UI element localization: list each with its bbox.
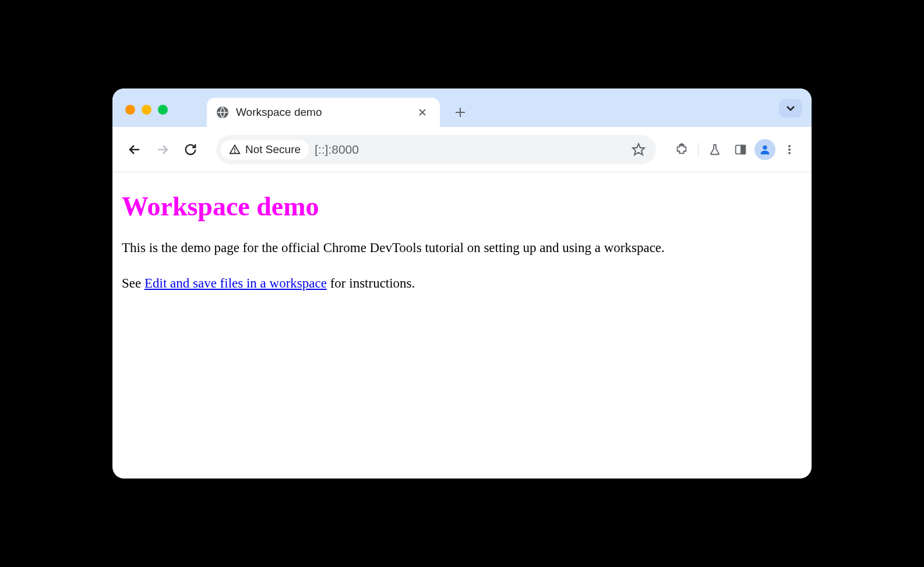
browser-window: Workspace demo <box>112 88 812 479</box>
address-bar[interactable]: Not Secure [::]:8000 <box>216 135 656 164</box>
warning-icon <box>229 144 241 155</box>
tab-title: Workspace demo <box>236 106 407 119</box>
tutorial-link[interactable]: Edit and save files in a workspace <box>144 276 327 290</box>
bookmark-button[interactable] <box>626 139 651 160</box>
paragraph-prefix: See <box>122 276 144 290</box>
paragraph-suffix: for instructions. <box>327 276 415 290</box>
browser-tab[interactable]: Workspace demo <box>207 98 440 127</box>
security-indicator[interactable]: Not Secure <box>221 140 309 160</box>
close-window-button[interactable] <box>125 105 135 115</box>
new-tab-button[interactable] <box>449 101 471 123</box>
svg-point-15 <box>788 152 791 154</box>
window-controls <box>125 105 168 115</box>
browser-toolbar: Not Secure [::]:8000 <box>112 127 812 172</box>
maximize-window-button[interactable] <box>158 105 168 115</box>
labs-button[interactable] <box>703 138 726 161</box>
toolbar-divider <box>698 143 699 157</box>
side-panel-button[interactable] <box>729 138 752 161</box>
toolbar-actions <box>670 138 801 161</box>
page-content: Workspace demo This is the demo page for… <box>112 172 812 327</box>
extensions-button[interactable] <box>670 138 693 161</box>
svg-point-13 <box>788 145 791 147</box>
reload-button[interactable] <box>179 138 202 161</box>
svg-marker-9 <box>633 144 644 155</box>
minimize-window-button[interactable] <box>142 105 151 115</box>
security-label: Not Secure <box>245 143 301 156</box>
tabs-dropdown-button[interactable] <box>779 99 802 118</box>
tab-strip: Workspace demo <box>112 88 812 127</box>
svg-point-14 <box>788 148 791 151</box>
menu-button[interactable] <box>778 138 801 161</box>
url-text: [::]:8000 <box>315 143 620 157</box>
page-paragraph-2: See Edit and save files in a workspace f… <box>122 274 802 294</box>
profile-button[interactable] <box>754 139 775 160</box>
svg-point-8 <box>235 151 235 152</box>
back-button[interactable] <box>123 138 146 161</box>
close-tab-button[interactable] <box>414 107 431 118</box>
forward-button[interactable] <box>151 138 174 161</box>
svg-rect-11 <box>741 145 745 154</box>
globe-icon <box>216 106 229 119</box>
page-paragraph-1: This is the demo page for the official C… <box>122 238 802 258</box>
svg-point-12 <box>763 145 767 149</box>
page-heading: Workspace demo <box>122 191 802 222</box>
